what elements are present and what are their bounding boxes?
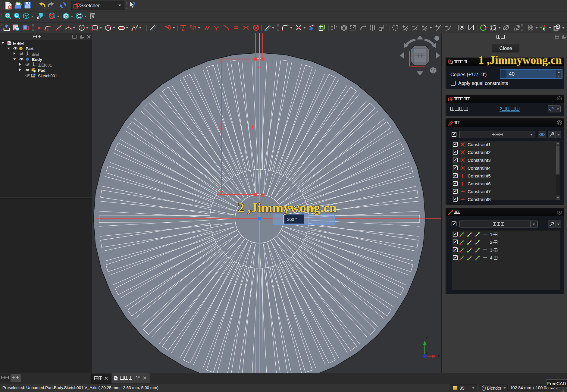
svg-text:?: ? (133, 1, 136, 8)
svg-text:Z: Z (426, 351, 428, 355)
svg-text:40 mm: 40 mm (218, 123, 223, 137)
svg-text:Sketcher: Sketcher (80, 3, 100, 8)
svg-text:X: X (437, 354, 440, 358)
svg-text:360 °: 360 ° (287, 217, 297, 222)
svg-text:2 ,Jimmywong.cn: 2 ,Jimmywong.cn (238, 200, 337, 215)
svg-text:Y: Y (425, 336, 428, 340)
